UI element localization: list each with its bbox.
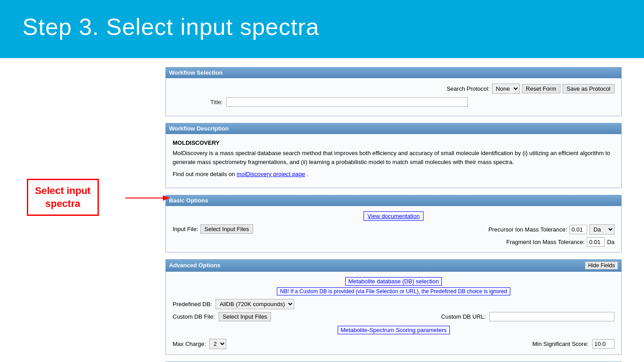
- select-input-files-button[interactable]: Select Input Files: [200, 224, 253, 234]
- basic-options-body: View documentation Input File: Select In…: [165, 206, 622, 253]
- basic-options-grid: Input File: Select Input Files Precursor…: [173, 224, 614, 247]
- workflow-selection-header: Workflow Selection: [165, 67, 622, 78]
- custom-db-url-col: Custom DB URL:: [441, 312, 614, 321]
- precursor-tolerance-input[interactable]: [569, 225, 587, 234]
- input-file-col: Input File: Select Input Files: [173, 224, 253, 234]
- db-selection-label: Metabolite database (DB) selection: [345, 277, 442, 286]
- hide-fields-button[interactable]: Hide Fields: [585, 261, 618, 269]
- annotation-arrow: [125, 194, 174, 202]
- tool-name: MOLDISCOVERY: [173, 139, 614, 146]
- max-charge-label: Max Charge:: [173, 341, 206, 347]
- workflow-description-header: Workflow Description: [165, 123, 622, 134]
- fragment-unit-label: Da: [607, 239, 614, 245]
- advanced-options-header: Advanced Options Hide Fields: [165, 259, 622, 272]
- moldiscovery-link[interactable]: molDiscovery project page: [237, 171, 305, 177]
- db-selection-row: Metabolite database (DB) selection: [173, 277, 614, 286]
- nb-note-text: NB! If a Custom DB is provided (via File…: [277, 287, 510, 295]
- advanced-options-body: Metabolite database (DB) selection NB! I…: [165, 272, 622, 355]
- precursor-row: Precursor Ion Mass Tolerance: Da ppm: [488, 224, 614, 235]
- description-2: Find out more details on molDiscovery pr…: [173, 170, 614, 179]
- main-content: Select inputspectra Workflow Selection S…: [0, 58, 644, 362]
- workflow-description-body: MOLDISCOVERY MolDiscovery is a mass spec…: [165, 134, 622, 188]
- custom-db-row: Custom DB File: Select Input Files Custo…: [173, 312, 614, 321]
- title-label: Title:: [173, 99, 226, 105]
- precursor-tolerance-label: Precursor Ion Mass Tolerance:: [488, 226, 567, 233]
- basic-options-section: Basic Options View documentation Input F…: [165, 195, 622, 253]
- save-protocol-button[interactable]: Save as Protocol: [563, 84, 614, 93]
- workflow-description-section: Workflow Description MOLDISCOVERY MolDis…: [165, 123, 622, 188]
- page-header: Step 3. Select input spectra: [0, 0, 644, 58]
- fragment-tolerance-label: Fragment Ion Mass Tolerance:: [506, 239, 585, 245]
- scoring-params-row: Metabolite-Spectrum Scoring parameters: [173, 326, 614, 334]
- precursor-unit-select[interactable]: Da ppm: [589, 224, 614, 235]
- min-score-input[interactable]: [592, 339, 614, 349]
- annotation-text: Select inputspectra: [35, 185, 91, 209]
- predefined-db-label: Predefined DB:: [173, 301, 212, 307]
- description-1: MolDiscovery is a mass spectral database…: [173, 149, 614, 166]
- fragment-tolerance-input[interactable]: [587, 237, 605, 247]
- workflow-selection-section: Workflow Selection Search Protocol: None…: [165, 67, 622, 116]
- view-doc-row: View documentation: [173, 211, 614, 221]
- scoring-params-label: Metabolite-Spectrum Scoring parameters: [338, 326, 450, 334]
- input-file-label: Input File:: [173, 226, 198, 232]
- adv-grid: Predefined DB: AllDB (720K compounds) Ot…: [173, 299, 614, 349]
- charge-score-row: Max Charge: 2 1 3 Min Significant Score:: [173, 339, 614, 349]
- search-protocol-label: Search Protocol:: [447, 85, 490, 92]
- view-documentation-button[interactable]: View documentation: [364, 211, 424, 221]
- custom-db-file-label: Custom DB File:: [173, 313, 215, 320]
- title-input[interactable]: [226, 97, 468, 107]
- max-charge-select[interactable]: 2 1 3: [209, 339, 226, 349]
- annotation-box: Select inputspectra: [27, 179, 99, 216]
- title-row: Title:: [173, 97, 614, 107]
- page-title: Step 3. Select input spectra: [22, 13, 622, 40]
- min-score-label: Min Significant Score:: [532, 341, 589, 347]
- fragment-row: Fragment Ion Mass Tolerance: Da: [506, 237, 614, 247]
- custom-db-url-label: Custom DB URL:: [441, 313, 486, 320]
- custom-db-file-col: Custom DB File: Select Input Files: [173, 312, 271, 321]
- reset-form-button[interactable]: Reset Form: [522, 84, 560, 93]
- basic-options-header: Basic Options: [165, 195, 622, 206]
- nb-note-row: NB! If a Custom DB is provided (via File…: [173, 287, 614, 295]
- max-charge-col: Max Charge: 2 1 3: [173, 339, 226, 349]
- predefined-db-row: Predefined DB: AllDB (720K compounds) Ot…: [173, 299, 614, 309]
- min-score-col: Min Significant Score:: [532, 339, 614, 349]
- advanced-options-section: Advanced Options Hide Fields Metabolite …: [165, 259, 622, 355]
- custom-db-select-button[interactable]: Select Input Files: [219, 312, 271, 321]
- tolerance-col: Precursor Ion Mass Tolerance: Da ppm Fra…: [488, 224, 614, 247]
- search-protocol-select[interactable]: None: [492, 84, 520, 94]
- custom-db-url-input[interactable]: [489, 312, 614, 321]
- arrow-svg: [125, 194, 174, 202]
- protocol-row: Search Protocol: None Reset Form Save as…: [173, 84, 614, 94]
- predefined-db-select[interactable]: AllDB (720K compounds) Other: [216, 299, 294, 309]
- workflow-selection-body: Search Protocol: None Reset Form Save as…: [165, 78, 622, 116]
